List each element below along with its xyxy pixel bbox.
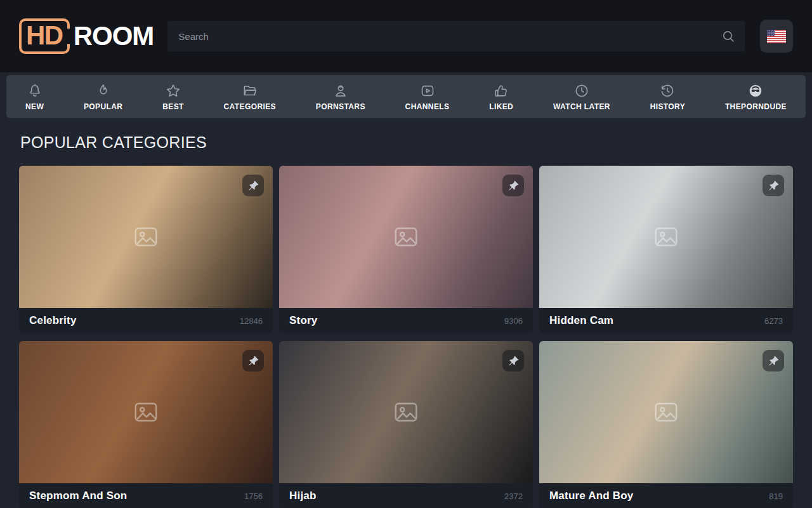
category-thumbnail	[279, 341, 533, 483]
category-title: Story	[289, 314, 317, 327]
nav-item-label: BEST	[162, 102, 184, 111]
play-box-icon	[419, 83, 436, 99]
category-title: Stepmom And Son	[29, 490, 127, 502]
pin-icon	[768, 356, 779, 366]
folder-icon	[242, 83, 258, 99]
star-icon	[165, 83, 181, 99]
logo-hd: HD	[26, 22, 63, 49]
category-thumbnail	[19, 341, 273, 483]
nav-item-label: POPULAR	[84, 102, 122, 111]
category-count: 1756	[244, 491, 263, 501]
primary-nav: NEW POPULAR BEST CATEGORIES PORNSTARS	[6, 75, 806, 118]
pin-icon	[248, 180, 259, 191]
nav-item-channels[interactable]: CHANNELS	[405, 83, 450, 111]
search-input[interactable]	[167, 21, 745, 51]
nav-item-new[interactable]: NEW	[25, 83, 44, 111]
category-count: 9306	[504, 316, 523, 326]
category-title: Hidden Cam	[549, 314, 613, 327]
pin-button[interactable]	[763, 175, 784, 196]
nav-item-label: CHANNELS	[405, 102, 450, 111]
category-title: Hijab	[289, 490, 317, 502]
nav-item-label: PORNSTARS	[316, 102, 365, 111]
nav-item-label: CATEGORIES	[224, 102, 276, 111]
category-count: 819	[769, 491, 783, 501]
search-bar	[167, 21, 745, 51]
section-title: POPULAR CATEGORIES	[20, 133, 792, 152]
nav-item-pornstars[interactable]: PORNSTARS	[316, 83, 365, 111]
category-count: 12846	[240, 316, 263, 326]
nav-item-label: HISTORY	[650, 102, 685, 111]
language-button[interactable]	[760, 20, 793, 53]
nav-item-popular[interactable]: POPULAR	[84, 83, 122, 111]
flame-icon	[95, 83, 112, 99]
category-card[interactable]: Mature And Boy 819	[539, 341, 793, 508]
search-icon	[721, 29, 736, 44]
category-card[interactable]: Story 9306	[279, 166, 533, 333]
category-card[interactable]: Stepmom And Son 1756	[19, 341, 273, 508]
nav-item-theporndude[interactable]: THEPORNDUDE	[725, 83, 787, 111]
image-placeholder-icon	[652, 222, 681, 251]
pin-icon	[768, 180, 779, 191]
category-count: 2372	[504, 491, 523, 501]
image-placeholder-icon	[652, 398, 681, 427]
nav-item-categories[interactable]: CATEGORIES	[224, 83, 276, 111]
pin-icon	[508, 356, 519, 366]
main-content: POPULAR CATEGORIES Celebrity 12846	[0, 133, 812, 508]
category-count: 6273	[764, 316, 783, 326]
nav-item-label: LIKED	[489, 102, 513, 111]
category-thumbnail	[539, 166, 793, 308]
theporndude-icon	[747, 83, 764, 99]
category-card-footer: Hidden Cam 6273	[539, 308, 793, 333]
logo[interactable]: HD ROOM	[19, 18, 154, 54]
thumbs-up-icon	[493, 83, 509, 99]
pin-button[interactable]	[502, 175, 524, 196]
image-placeholder-icon	[391, 398, 421, 427]
nav-item-label: THEPORNDUDE	[725, 102, 787, 111]
pin-button[interactable]	[242, 175, 264, 196]
image-placeholder-icon	[131, 398, 160, 427]
header: HD ROOM	[0, 0, 812, 72]
clock-icon	[573, 83, 590, 99]
us-flag-icon	[767, 30, 786, 43]
pin-icon	[248, 356, 259, 366]
nav-item-label: WATCH LATER	[553, 102, 610, 111]
category-card[interactable]: Celebrity 12846	[19, 166, 273, 333]
pin-button[interactable]	[242, 350, 264, 371]
logo-room: ROOM	[74, 21, 154, 51]
pin-icon	[508, 180, 519, 191]
category-title: Mature And Boy	[549, 490, 634, 502]
category-thumbnail	[19, 166, 273, 308]
nav-item-best[interactable]: BEST	[162, 83, 184, 111]
bell-icon	[27, 83, 43, 99]
category-card[interactable]: Hidden Cam 6273	[539, 166, 793, 333]
nav-item-label: NEW	[25, 102, 44, 111]
image-placeholder-icon	[131, 222, 160, 251]
logo-frame: HD	[19, 18, 70, 54]
category-thumbnail	[279, 166, 533, 308]
category-card-footer: Mature And Boy 819	[539, 483, 793, 508]
category-thumbnail	[539, 341, 793, 483]
nav-item-watch-later[interactable]: WATCH LATER	[553, 83, 610, 111]
category-grid: Celebrity 12846 Story 9306	[19, 166, 793, 508]
search-button[interactable]	[716, 23, 741, 49]
category-card-footer: Hijab 2372	[279, 483, 533, 508]
nav-item-liked[interactable]: LIKED	[489, 83, 513, 111]
category-card-footer: Story 9306	[279, 308, 533, 333]
category-card-footer: Celebrity 12846	[19, 308, 273, 333]
nav-item-history[interactable]: HISTORY	[650, 83, 685, 111]
pin-button[interactable]	[763, 350, 784, 371]
image-placeholder-icon	[391, 222, 421, 251]
category-card[interactable]: Hijab 2372	[279, 341, 533, 508]
category-title: Celebrity	[29, 314, 77, 327]
pin-button[interactable]	[502, 350, 524, 371]
history-icon	[659, 83, 676, 99]
person-icon	[332, 83, 349, 99]
category-card-footer: Stepmom And Son 1756	[19, 483, 273, 508]
